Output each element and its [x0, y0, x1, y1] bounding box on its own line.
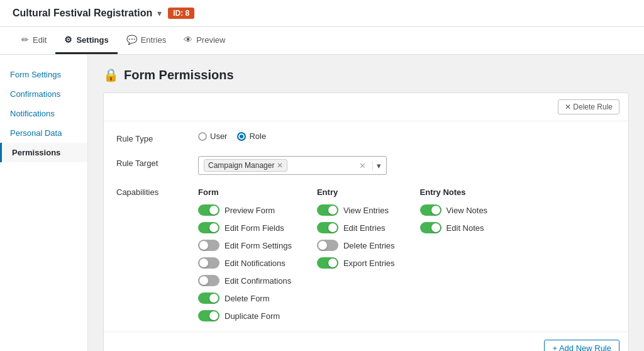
cap-group-entry: EntryView EntriesEdit EntriesDelete Entr… — [317, 187, 395, 321]
cap-group-title: Entry — [317, 187, 395, 197]
toggle-edit-notifications[interactable] — [198, 257, 219, 269]
delete-rule-button[interactable]: ✕ Delete Rule — [558, 99, 619, 114]
toggle-knob — [328, 259, 337, 267]
cap-item: Export Entries — [317, 257, 395, 269]
entries-tab-icon: 💬 — [126, 35, 137, 45]
target-clear-icon[interactable]: ✕ — [357, 161, 369, 170]
toggle-preview-form[interactable] — [198, 204, 219, 216]
cap-label: Edit Confirmations — [225, 276, 291, 286]
capabilities-label: Capabilities — [116, 187, 198, 197]
rule-target-input[interactable]: Campaign Manager ✕ ✕ ▾ — [198, 156, 387, 175]
toggle-duplicate-form[interactable] — [198, 310, 219, 321]
cap-item: Duplicate Form — [198, 310, 292, 321]
page-title: 🔒 Form Permissions — [103, 67, 629, 82]
toggle-knob — [199, 241, 208, 250]
cap-label: Edit Form Fields — [225, 223, 284, 233]
toggle-edit-form-fields[interactable] — [198, 222, 219, 233]
toggle-knob — [199, 276, 208, 285]
main-content: 🔒 Form Permissions ✕ Delete Rule Rule Ty… — [88, 55, 644, 351]
cap-item: Edit Notifications — [198, 257, 292, 269]
add-rule-button[interactable]: + Add New Rule — [544, 340, 619, 351]
toggle-knob — [209, 206, 218, 214]
cap-label: Duplicate Form — [225, 311, 280, 321]
toggle-edit-confirmations[interactable] — [198, 275, 219, 286]
sidebar-item-form-settings[interactable]: Form Settings — [0, 65, 87, 84]
toggle-export-entries[interactable] — [317, 257, 338, 269]
cap-group-form: FormPreview FormEdit Form FieldsEdit For… — [198, 187, 292, 321]
tag-remove-icon[interactable]: ✕ — [277, 161, 283, 170]
lock-icon: 🔒 — [103, 67, 119, 82]
radio-role-label: Role — [249, 131, 266, 141]
toggle-knob — [318, 241, 327, 250]
toggle-view-notes[interactable] — [420, 204, 441, 216]
radio-role[interactable]: Role — [237, 131, 266, 141]
sidebar-item-personal-data[interactable]: Personal Data — [0, 123, 87, 143]
cap-label: Delete Entries — [343, 241, 395, 250]
tab-preview[interactable]: 👁Preview — [175, 27, 234, 54]
settings-tab-icon: ⚙ — [64, 35, 72, 45]
cap-label: Edit Form Settings — [225, 241, 292, 250]
cap-label: Preview Form — [225, 206, 275, 215]
sidebar-item-permissions[interactable]: Permissions — [0, 143, 87, 162]
cap-item: Delete Form — [198, 292, 292, 304]
app-title: Cultural Festival Registration — [13, 8, 152, 19]
toggle-edit-entries[interactable] — [317, 222, 338, 233]
tab-edit[interactable]: ✏Edit — [13, 27, 55, 54]
toggle-knob — [328, 223, 337, 232]
edit-tab-icon: ✏ — [21, 35, 29, 45]
cap-group-title: Form — [198, 187, 292, 197]
target-dropdown-icon[interactable]: ▾ — [372, 161, 381, 170]
toggle-view-entries[interactable] — [317, 204, 338, 216]
cap-item: Delete Entries — [317, 240, 395, 251]
toggle-knob — [209, 223, 218, 232]
toggle-knob — [431, 223, 440, 232]
rule-target-label: Rule Target — [116, 156, 198, 168]
cap-group-entry-notes: Entry NotesView NotesEdit Notes — [420, 187, 488, 321]
toggle-knob — [431, 206, 440, 214]
toggle-knob — [209, 311, 218, 320]
toggle-knob — [328, 206, 337, 214]
cap-label: Export Entries — [343, 259, 395, 268]
id-badge: ID: 8 — [168, 8, 194, 19]
cap-item: View Entries — [317, 204, 395, 216]
tab-settings[interactable]: ⚙Settings — [55, 27, 117, 54]
caret-icon[interactable]: ▾ — [157, 8, 162, 18]
toggle-knob — [209, 294, 218, 303]
cap-group-title: Entry Notes — [420, 187, 488, 197]
sidebar-item-notifications[interactable]: Notifications — [0, 104, 87, 123]
permissions-card: ✕ Delete Rule Rule Type User Role — [103, 92, 629, 351]
cap-label: Edit Notes — [447, 223, 484, 233]
sidebar: Form SettingsConfirmationsNotificationsP… — [0, 55, 88, 351]
tab-entries[interactable]: 💬Entries — [118, 27, 175, 54]
cap-item: Edit Entries — [317, 222, 395, 233]
rule-type-label: Rule Type — [116, 131, 198, 143]
radio-user[interactable]: User — [198, 131, 227, 141]
cap-item: Edit Form Settings — [198, 240, 292, 251]
preview-tab-icon: 👁 — [184, 35, 192, 45]
cap-label: View Notes — [447, 206, 488, 215]
campaign-manager-tag: Campaign Manager ✕ — [204, 159, 287, 172]
top-bar: Cultural Festival Registration ▾ ID: 8 — [0, 0, 644, 27]
toggle-edit-notes[interactable] — [420, 222, 441, 233]
toggle-knob — [199, 259, 208, 267]
cap-label: View Entries — [343, 206, 389, 215]
cap-item: Edit Confirmations — [198, 275, 292, 286]
radio-user-label: User — [210, 131, 227, 141]
cap-label: Edit Notifications — [225, 259, 286, 268]
cap-label: Delete Form — [225, 294, 270, 303]
cap-item: Edit Form Fields — [198, 222, 292, 233]
cap-item: Preview Form — [198, 204, 292, 216]
cap-label: Edit Entries — [343, 223, 385, 233]
cap-item: Edit Notes — [420, 222, 488, 233]
cap-item: View Notes — [420, 204, 488, 216]
toggle-edit-form-settings[interactable] — [198, 240, 219, 251]
tabs-bar: ✏Edit⚙Settings💬Entries👁Preview — [0, 27, 644, 55]
toggle-delete-entries[interactable] — [317, 240, 338, 251]
toggle-delete-form[interactable] — [198, 292, 219, 304]
sidebar-item-confirmations[interactable]: Confirmations — [0, 84, 87, 104]
